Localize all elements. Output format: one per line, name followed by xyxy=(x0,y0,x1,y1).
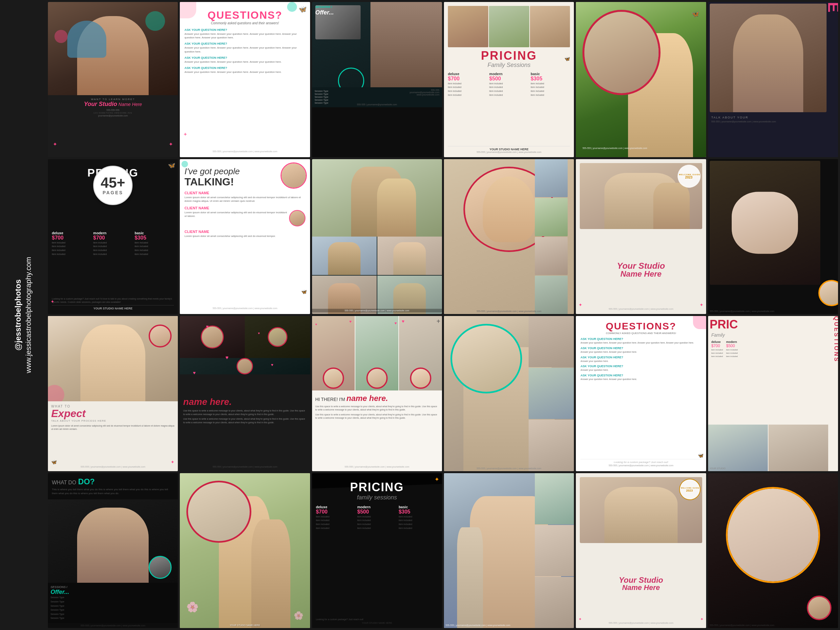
card-questions-1: 🦋 ✦ QUESTIONS? Commonly asked questions … xyxy=(180,2,310,157)
footer-phone: 555-555-555 xyxy=(106,109,120,111)
r2c3-footer: 555-555 | yourname@yourwebsite.com | www… xyxy=(312,309,442,313)
client1-text: Lorem ipsum dolor sit amet consectetur a… xyxy=(185,196,305,203)
footer-email: yourname@yourwebsite.com xyxy=(98,115,128,117)
r1c3-footer: 555-555 | yourname@yourwebsite.com xyxy=(312,103,442,106)
card-pricing-dark-badge: 45+ PAGES PRICING family sessions deluxe… xyxy=(48,159,178,314)
card-child-outdoor: 🦋 555-555 | yourname@yourwebsite.com | w… xyxy=(576,2,706,157)
q2-answer: Answer your question here. Answer your q… xyxy=(185,46,305,53)
card-pricing-light: PRICING Family Sessions 🦋 deluxe $700 it… xyxy=(444,2,574,157)
r4c1-you-do: DO? xyxy=(78,477,95,486)
card-mom-baby: 555-555 | yourname@yourwebsite.com | www… xyxy=(444,316,574,471)
r4c3-modern: modern xyxy=(357,505,397,509)
card-intro-dark: ♥ ♥ ♥ ♥ ♥ ♥ nam xyxy=(180,316,310,471)
r3c6-pricing-partial: PRIC xyxy=(710,317,738,332)
client3-name: CLIENT NAME xyxy=(185,230,305,234)
r3c6-studio: YOUR STUDIO xyxy=(710,467,726,469)
session-type-4: Session Type xyxy=(315,99,439,101)
name-here-small: Name Here xyxy=(118,102,142,107)
r2c1-basic: basic xyxy=(134,231,174,235)
r2c1-custom-text: Looking for a custom package? Just reach… xyxy=(52,297,174,304)
card-newborn-dark: 555-555 | yourname@yourwebsite.com | www… xyxy=(708,159,838,314)
r1c4-pricing-title: PRICING xyxy=(448,50,570,62)
website-url: www.jessicastrobelphotography.com xyxy=(23,257,33,373)
questions-title-1: QUESTIONS? xyxy=(185,9,305,21)
r3c5-q4: ASK YOUR QUESTION HERE? xyxy=(581,365,701,368)
card-family-outdoors: 555-555 | yourname@yourwebsite.com | www… xyxy=(444,473,574,628)
r2c5-studio: Your Studio xyxy=(580,262,702,270)
r2c1-deluxe-price: $700 xyxy=(52,235,91,241)
r3c3-text1: Use this space to write a welcome messag… xyxy=(315,405,439,412)
r2c5-footer: 555-555 | yourname@yourwebsite.com | www… xyxy=(580,308,702,310)
r4c3-deluxe: deluxe xyxy=(316,505,355,509)
r1c4-deluxe-price: $700 xyxy=(448,76,487,82)
footer-address: 123 SOMETHING AWESOME AVE xyxy=(93,112,132,114)
r2c5-welcome-guide: WELCOME GUIDE xyxy=(679,173,700,175)
r3c2-name-placeholder: name here. xyxy=(183,397,306,407)
r1c4-deluxe-items: item includeditem includeditem includedi… xyxy=(448,82,487,98)
r2c1-basic-price: $305 xyxy=(134,235,174,241)
r4c2-footer: YOUR STUDIO NAME HERE xyxy=(180,624,310,626)
r1c6-talk-text: TALK ABOUT YOUR xyxy=(711,116,835,119)
card-partial-pric: QUESTIONS PRIC Family deluxe $700 item i… xyxy=(708,316,838,471)
r3c1-expect: Expect xyxy=(51,408,175,419)
r4c3-custom-text: Looking for a custom package? Just reach… xyxy=(316,618,438,621)
r1c4-basic-label: basic xyxy=(531,72,570,76)
r4c1-offer: Offer... xyxy=(51,589,175,595)
r3c4-footer: 555-555 | yourname@yourwebsite.com | www… xyxy=(444,467,574,469)
r4c5-name-here: Name Here xyxy=(580,584,702,591)
r3c6-family-label: Family xyxy=(711,332,828,338)
r2c1-modern-price: $700 xyxy=(93,235,133,241)
r3c6-modern: modern xyxy=(726,340,737,344)
r3c2-text2: Use this space to write a welcome messag… xyxy=(183,417,306,424)
r3c6-modern-items: item includeditem includeditem included xyxy=(726,348,737,358)
card-pricing-dark-2: PRICING family sessions ✦ deluxe $700 it… xyxy=(312,473,442,628)
q3-header: ASK YOUR QUESTION HERE? xyxy=(185,56,305,59)
r3c2-text1: Use this space to write a welcome messag… xyxy=(183,409,306,416)
card-questions-dark-teal: 🦋 QUESTIONS? COMMONLY ASKED QUESTIONS AN… xyxy=(576,316,706,471)
r4c1-session-types: Session TypeSession TypeSession TypeSess… xyxy=(51,595,175,621)
r4c1-footer: 555-555 | yourname@yourwebsite.com | www… xyxy=(48,623,178,628)
session-type-3: Session Type xyxy=(315,96,439,98)
badge-number: 45+ xyxy=(101,175,125,190)
r4c6-footer: 555-555 | yourname@yourwebsite.com | www… xyxy=(710,624,774,626)
r3c1-footer: 555-555 | yourname@yourwebsite.com | www… xyxy=(51,466,175,468)
r3c5-footer: Looking for a custom package? Just reach… xyxy=(581,459,701,467)
r1c2-footer: 555-555 | yourname@yourwebsite.com | www… xyxy=(185,150,305,153)
r2c1-deluxe-items: item includeditem includeditem includedi… xyxy=(52,241,91,257)
r4c1-what-do: WHAT DO xyxy=(52,480,76,486)
main-grid: WANT TO LEARN MORE? Your Studio Name Her… xyxy=(46,0,840,630)
want-learn-text: WANT TO LEARN MORE? xyxy=(91,98,135,101)
r3c5-a2: Answer your question here. Answer your q… xyxy=(581,351,701,354)
r4c3-footer: YOUR STUDIO NAME HERE xyxy=(316,622,438,624)
r4c4-footer: 555-555 | yourname@yourwebsite.com | www… xyxy=(445,624,510,626)
r3c5-a5: Answer your question here. Answer your q… xyxy=(581,378,701,381)
questions-subtitle-1: Commonly asked questions and their answe… xyxy=(185,21,305,25)
q1-answer: Answer your question here. Answer your q… xyxy=(185,32,305,39)
card-hi-there: ♥ ♥ ♥ ♥ + HI THERE! I'M name here. xyxy=(312,316,442,471)
r3c3-name-here: name here. xyxy=(346,394,388,403)
r1c4-basic-items: item includeditem includeditem includedi… xyxy=(531,82,570,98)
r1c4-basic-price: $305 xyxy=(531,76,570,82)
r3c1-text1: Lorem ipsum dolor sit amet consectetur a… xyxy=(51,424,175,431)
r3c6-items: item includeditem includeditem included xyxy=(711,348,723,358)
r4c5-footer: 555-555 | yourname@yourwebsite.com | www… xyxy=(580,622,702,624)
client3-text: Lorem ipsum dolor sit amet consectetur a… xyxy=(185,234,305,238)
r4c1-description: This is where you tell them what you do … xyxy=(52,488,174,496)
sidebar: @jesstrobelphotos www.jessicastrobelphot… xyxy=(0,0,46,630)
r1c4-deluxe-label: deluxe xyxy=(448,72,487,76)
r4c5-studio: Your Studio xyxy=(580,576,702,584)
q1-header: ASK YOUR QUESTION HERE? xyxy=(185,28,305,32)
r4c3-basic-items: item includeditem includeditem includedi… xyxy=(399,515,438,531)
r3c3-text2: Use this space to write a welcome messag… xyxy=(315,413,439,420)
card-what-do-dark: WHAT DO DO? This is where you tell them … xyxy=(48,473,178,628)
q4-answer: Answer your question here. Answer your q… xyxy=(185,70,305,74)
q3-answer: Answer your question here. Answer your q… xyxy=(185,60,305,64)
r3c5-q5: ASK YOUR QUESTION HERE? xyxy=(581,374,701,377)
r1c6-footer: 555-555 | yourname@yourwebsite.com | www… xyxy=(711,120,835,123)
r3c6-questions-partial: QUESTIONS xyxy=(833,316,838,471)
r4c3-modern-items: item includeditem includeditem includedi… xyxy=(357,515,397,531)
r3c6-deluxe: deluxe xyxy=(711,340,723,344)
r2c2-footer: 555-555 | yourname@yourwebsite.com | www… xyxy=(185,307,305,309)
r2c6-footer: 555-555 | yourname@yourwebsite.com | www… xyxy=(710,310,774,313)
client2-text: Lorem ipsum dolor sit amet consectetur a… xyxy=(185,211,305,218)
